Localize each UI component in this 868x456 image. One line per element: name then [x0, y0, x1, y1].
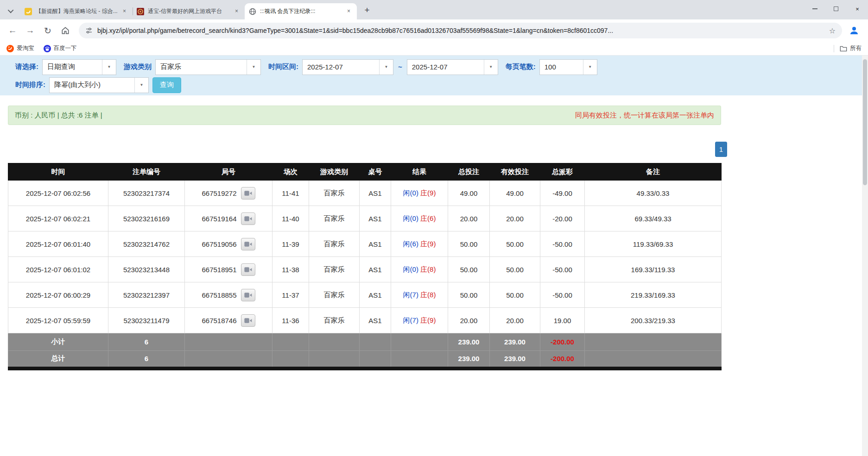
back-button[interactable]: ←	[5, 23, 20, 38]
banker-result: 庄(9)	[420, 189, 436, 197]
video-replay-icon[interactable]	[241, 263, 255, 276]
tab-close-icon[interactable]: ×	[120, 7, 128, 15]
dropdown-arrow-icon[interactable]: ▼	[134, 78, 148, 93]
page-scrollbar[interactable]	[862, 56, 868, 456]
subtotal-valid-bet: 239.00	[490, 333, 540, 351]
game-type-label: 游戏类别	[124, 62, 152, 71]
table-body: 2025-12-07 06:02:56523023217374667519272…	[8, 181, 722, 333]
cell-time: 2025-12-07 06:02:21	[8, 206, 108, 231]
cell-payout: -49.00	[540, 181, 585, 206]
range-separator: ~	[398, 63, 402, 71]
cell-game-type: 百家乐	[309, 257, 360, 282]
subtotal-row: 小计 6 239.00 239.00 -200.00	[8, 333, 722, 351]
close-window-button[interactable]: ×	[847, 0, 868, 18]
site-info-icon[interactable]	[85, 27, 93, 34]
video-replay-icon[interactable]	[241, 212, 255, 225]
col-header-total-bet: 总投注	[448, 163, 490, 181]
cell-time: 2025-12-07 05:59:59	[8, 308, 108, 333]
cell-note: 200.33/219.33	[585, 308, 722, 333]
profile-avatar[interactable]	[847, 23, 862, 38]
empty-cell	[360, 351, 391, 369]
dropdown-arrow-icon[interactable]: ▼	[484, 60, 498, 75]
cell-table-no: AS1	[360, 181, 391, 206]
bookmark-star-icon[interactable]: ☆	[829, 26, 836, 35]
col-header-payout: 总派彩	[540, 163, 585, 181]
video-replay-icon[interactable]	[241, 289, 255, 301]
new-tab-button[interactable]: +	[361, 4, 374, 17]
sort-label: 时间排序:	[15, 81, 45, 89]
baidu-icon	[44, 45, 51, 52]
cell-time: 2025-12-07 06:02:56	[8, 181, 108, 206]
video-replay-icon[interactable]	[241, 187, 255, 200]
tab-search-button[interactable]	[5, 4, 18, 17]
game-type-dropdown[interactable]: 百家乐 ▼	[155, 59, 261, 75]
dropdown-arrow-icon[interactable]: ▼	[247, 60, 260, 75]
dropdown-arrow-icon[interactable]: ▼	[102, 60, 116, 75]
scrollbar-thumb[interactable]	[863, 59, 867, 185]
page-size-dropdown[interactable]: 100 ▼	[539, 59, 597, 75]
date-to-value: 2025-12-07	[407, 63, 484, 71]
banker-result: 庄(9)	[420, 240, 436, 248]
pagination-page-1[interactable]: 1	[715, 142, 727, 157]
game-type-value: 百家乐	[156, 62, 247, 71]
browser-tab-1[interactable]: 【新提醒】海燕策略论坛 - 综合... ×	[20, 3, 133, 19]
cell-table-no: AS1	[360, 206, 391, 231]
cell-total-bet-link[interactable]: 50.00	[448, 231, 490, 257]
cell-time: 2025-12-07 06:00:29	[8, 282, 108, 308]
tab-close-icon[interactable]: ×	[233, 7, 241, 15]
cell-valid-bet: 50.00	[490, 231, 540, 257]
cell-note: 119.33/69.33	[585, 231, 722, 257]
search-button[interactable]: 查询	[152, 77, 181, 93]
tab-close-icon[interactable]: ×	[345, 7, 353, 15]
col-header-table-no: 桌号	[360, 163, 391, 181]
url-bar[interactable]: bjbj.xyz/ipl/portal.php/game/betrecord_s…	[79, 23, 842, 38]
url-text[interactable]: bjbj.xyz/ipl/portal.php/game/betrecord_s…	[97, 27, 824, 34]
date-to-dropdown[interactable]: 2025-12-07 ▼	[407, 59, 498, 75]
video-replay-icon[interactable]	[241, 314, 255, 327]
all-bookmarks-button[interactable]: 所有	[834, 44, 862, 52]
tab-title: :::视讯 会员下注纪录:::	[260, 7, 345, 15]
bookmark-baidu[interactable]: 百度一下	[44, 44, 77, 52]
tab-bar: 【新提醒】海燕策略论坛 - 综合... × 通宝-信誉最好的网上游戏平台 × :…	[0, 0, 868, 19]
cell-round-id: 667519056	[185, 231, 272, 257]
time-range-label: 时间区间:	[268, 62, 298, 71]
browser-tab-3-active[interactable]: :::视讯 会员下注纪录::: ×	[245, 3, 357, 19]
col-header-session: 场次	[272, 163, 309, 181]
cell-result: 闲(7) 庄(8)	[391, 282, 448, 308]
dropdown-arrow-icon[interactable]: ▼	[583, 60, 597, 75]
total-count: 6	[108, 351, 185, 369]
home-button[interactable]	[57, 23, 73, 38]
cell-total-bet-link[interactable]: 50.00	[448, 257, 490, 282]
browser-toolbar: ← → ↻ bjbj.xyz/ipl/portal.php/game/betre…	[0, 19, 868, 42]
minimize-button[interactable]	[804, 0, 825, 18]
maximize-button[interactable]	[825, 0, 847, 18]
select-mode-dropdown[interactable]: 日期查询 ▼	[42, 59, 116, 75]
reload-button[interactable]: ↻	[40, 23, 56, 38]
empty-cell	[272, 351, 309, 369]
cell-valid-bet: 20.00	[490, 206, 540, 231]
cell-total-bet-link[interactable]: 50.00	[448, 282, 490, 308]
banker-result: 庄(6)	[420, 214, 436, 222]
cell-total-bet-link[interactable]: 20.00	[448, 206, 490, 231]
bookmarks-divider	[834, 45, 834, 52]
round-id-text: 667518951	[202, 266, 236, 274]
cell-total-bet-link[interactable]: 49.00	[448, 181, 490, 206]
cell-table-no: AS1	[360, 257, 391, 282]
col-header-bet-id: 注单编号	[108, 163, 185, 181]
table-row: 2025-12-07 06:02:56523023217374667519272…	[8, 181, 722, 206]
bookmark-taobao[interactable]: 爱淘宝	[6, 44, 34, 52]
cell-payout: -50.00	[540, 257, 585, 282]
browser-tab-2[interactable]: 通宝-信誉最好的网上游戏平台 ×	[133, 3, 245, 19]
video-replay-icon[interactable]	[241, 238, 255, 250]
sort-dropdown[interactable]: 降幂(由大到小) ▼	[49, 77, 149, 93]
date-from-dropdown[interactable]: 2025-12-07 ▼	[302, 59, 393, 75]
forward-button[interactable]: →	[22, 23, 38, 38]
dropdown-arrow-icon[interactable]: ▼	[379, 60, 393, 75]
bookmark-label: 爱淘宝	[17, 44, 34, 52]
cell-note: 49.33/0.33	[585, 181, 722, 206]
round-id-text: 667518746	[202, 317, 236, 325]
cell-round-id: 667518855	[185, 282, 272, 308]
cell-total-bet-link[interactable]: 20.00	[448, 308, 490, 333]
cell-valid-bet: 50.00	[490, 257, 540, 282]
empty-cell	[309, 333, 360, 351]
